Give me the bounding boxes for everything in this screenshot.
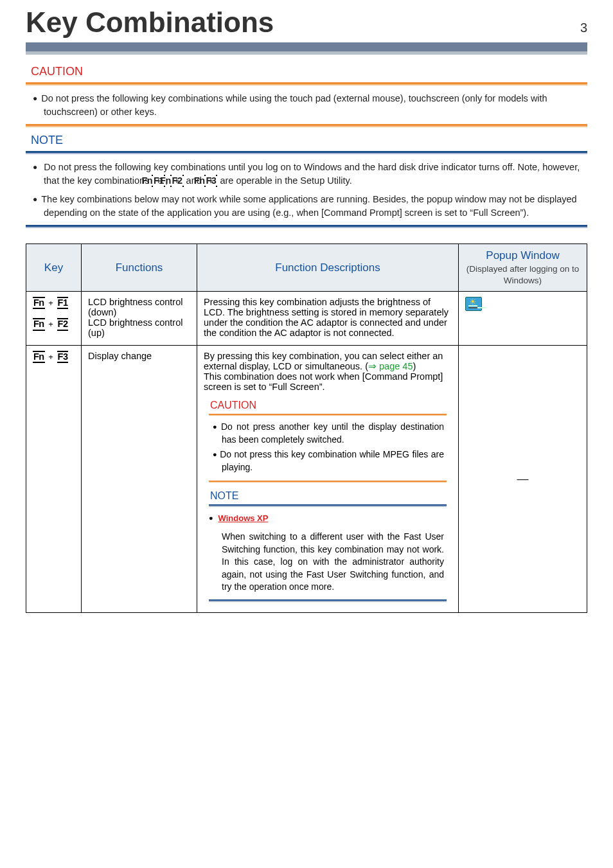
page-number: 3	[580, 21, 587, 35]
keycap-f3: F3	[57, 351, 69, 363]
keycap-fn: Fn	[33, 351, 45, 363]
title-subrule	[26, 51, 587, 55]
caution-heading: CAUTION	[31, 65, 587, 78]
th-key: Key	[26, 244, 82, 292]
th-functions: Functions	[82, 244, 197, 292]
th-popup: Popup Window (Displayed after logging on…	[459, 244, 587, 292]
note-heading: NOTE	[31, 134, 587, 147]
cell-key: Fn + F1 Fn + F2	[26, 292, 82, 345]
brightness-icon	[465, 297, 482, 311]
keycap-f3: F3	[216, 175, 217, 187]
cell-desc: Pressing this key combination adjusts th…	[197, 292, 459, 345]
keycap-fn: Fn	[33, 318, 45, 330]
th-desc: Function Descriptions	[197, 244, 459, 292]
divider	[209, 482, 447, 483]
note-item: Windows XP	[218, 512, 444, 525]
cell-popup: —	[459, 345, 587, 612]
note-body: When switching to a different user with …	[204, 531, 452, 598]
divider	[26, 227, 587, 228]
keycap-fn: Fn	[33, 297, 45, 309]
divider	[26, 153, 587, 154]
cell-popup	[459, 292, 587, 345]
page-title: Key Combinations	[26, 6, 274, 39]
keycap-f1: F1	[57, 297, 69, 309]
cell-desc: By pressing this key combination, you ca…	[197, 345, 459, 612]
divider	[209, 506, 447, 507]
windows-xp-label: Windows XP	[218, 513, 269, 523]
divider	[26, 84, 587, 85]
cell-key: Fn + F3	[26, 345, 82, 612]
note-item: Do not press the following key combinati…	[44, 161, 581, 188]
cell-functions: Display change	[82, 345, 197, 612]
divider	[209, 415, 447, 416]
inner-caution-heading: CAUTION	[210, 400, 452, 411]
inner-note-heading: NOTE	[210, 490, 452, 502]
title-rule	[26, 42, 587, 51]
caution-item: Do not press the following key combinati…	[44, 92, 581, 119]
cell-functions: LCD brightness control (down) LCD bright…	[82, 292, 197, 345]
caution-item: Do not press another key until the displ…	[222, 421, 444, 446]
page-link[interactable]: ⇒ page 45	[368, 361, 413, 371]
no-popup-dash: —	[517, 472, 529, 485]
table-row: Fn + F3 Display change By pressing this …	[26, 345, 587, 612]
caution-item: Do not press this key combination while …	[222, 448, 444, 474]
divider	[209, 601, 447, 602]
divider	[26, 126, 587, 127]
table-row: Fn + F1 Fn + F2 LCD brightness control (…	[26, 292, 587, 345]
note-item: The key combinations below may not work …	[44, 193, 581, 220]
key-combinations-table: Key Functions Function Descriptions Popu…	[26, 244, 587, 612]
keycap-f2: F2	[57, 318, 69, 330]
